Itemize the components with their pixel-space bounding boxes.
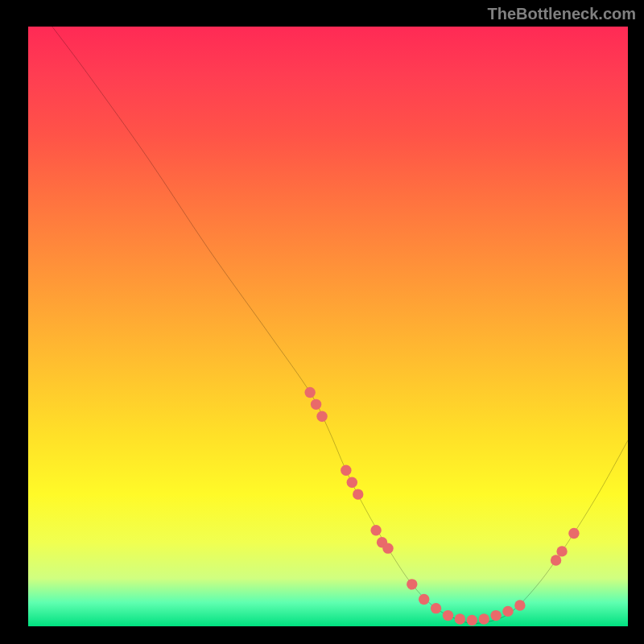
marker-dot — [502, 606, 513, 617]
curve-svg — [28, 27, 628, 626]
curve-markers — [304, 387, 579, 626]
marker-dot — [382, 543, 393, 553]
marker-dot — [407, 579, 417, 589]
marker-dot — [443, 610, 453, 621]
marker-dot — [341, 465, 351, 476]
marker-dot — [551, 555, 561, 565]
marker-dot — [556, 546, 567, 556]
marker-dot — [316, 411, 327, 422]
plot-area — [28, 27, 628, 626]
marker-dot — [353, 489, 363, 499]
marker-dot — [490, 610, 501, 621]
marker-dot — [370, 525, 381, 535]
watermark-text: TheBottleneck.com — [488, 5, 636, 23]
chart-container: TheBottleneck.com — [0, 0, 644, 644]
marker-dot — [568, 528, 579, 539]
marker-dot — [419, 594, 429, 605]
marker-dot — [347, 477, 357, 487]
marker-dot — [478, 613, 489, 624]
bottleneck-curve — [52, 27, 628, 624]
marker-dot — [467, 615, 477, 625]
marker-dot — [431, 603, 441, 613]
marker-dot — [311, 399, 321, 410]
marker-dot — [304, 387, 315, 398]
marker-dot — [455, 613, 465, 624]
marker-dot — [514, 600, 525, 610]
